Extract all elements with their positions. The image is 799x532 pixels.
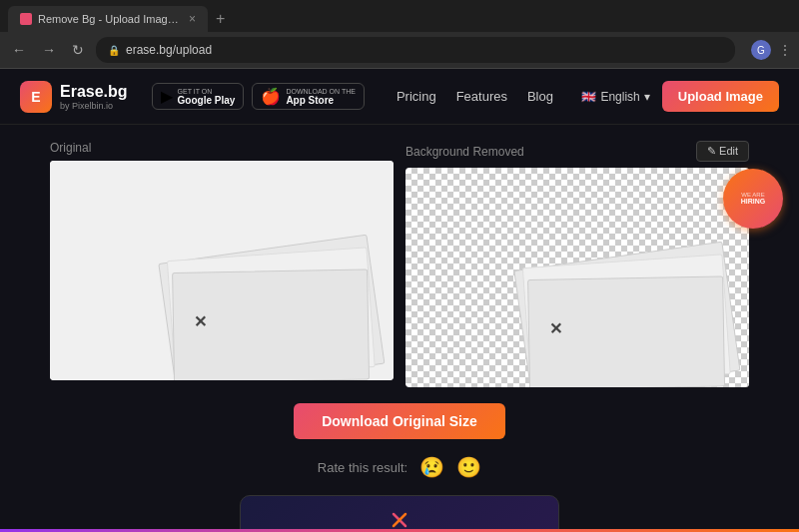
svg-text:✕: ✕ [193, 313, 206, 330]
books-visual: COLLECTIVE C THE ✕ [50, 161, 394, 380]
upload-image-button[interactable]: Upload Image [662, 81, 779, 112]
bg-removed-panel: Background Removed ✎ Edit COLLECTIVE C [405, 141, 749, 387]
original-image: COLLECTIVE C THE ✕ [50, 161, 394, 380]
refresh-button[interactable]: ↻ [68, 40, 88, 60]
lang-label: English [600, 90, 639, 104]
new-tab-button[interactable]: + [216, 10, 225, 28]
rating-text: Rate this result: [318, 460, 407, 475]
navbar: E Erase.bg by Pixelbin.io ▶ GET IT ON Go… [0, 69, 799, 125]
download-button[interactable]: Download Original Size [294, 403, 505, 439]
promo-banner: Want to Remove Background from Images in… [240, 495, 559, 532]
browser-actions: G ⋮ [751, 40, 791, 60]
nav-pricing[interactable]: Pricing [397, 89, 436, 104]
lang-chevron-icon: ▾ [644, 90, 650, 104]
images-row: Original COLLECTIVE [50, 141, 749, 387]
app-store-text: Download on the App Store [286, 88, 356, 106]
app-store-line1: Download on the [286, 88, 356, 95]
sad-rating-button[interactable]: 😢 [419, 455, 444, 479]
google-play-icon: ▶ [161, 87, 173, 106]
lang-flag: 🇬🇧 [581, 90, 596, 104]
tab-close-btn[interactable]: × [189, 12, 196, 26]
back-button[interactable]: ← [8, 40, 30, 60]
rating-row: Rate this result: 😢 🙂 [318, 455, 481, 479]
address-bar[interactable]: 🔒 erase.bg/upload [96, 37, 735, 63]
neutral-rating-button[interactable]: 🙂 [456, 455, 481, 479]
browser-menu-button[interactable]: ⋮ [779, 43, 791, 57]
logo-sub: by Pixelbin.io [60, 101, 128, 111]
nav-blog[interactable]: Blog [527, 89, 553, 104]
hiring-text: HIRING [741, 198, 766, 206]
active-tab[interactable]: Remove Bg - Upload Images to... × [8, 6, 208, 32]
tab-title: Remove Bg - Upload Images to... [38, 13, 179, 25]
forward-button[interactable]: → [38, 40, 60, 60]
bg-removed-image: COLLECTIVE C THE ✕ [405, 168, 749, 387]
language-selector[interactable]: 🇬🇧 English ▾ [581, 90, 649, 104]
url-text: erase.bg/upload [126, 43, 212, 57]
edit-button[interactable]: ✎ Edit [696, 141, 749, 162]
promo-icon [265, 510, 534, 532]
bg-removed-label: Background Removed ✎ Edit [405, 141, 749, 162]
lock-icon: 🔒 [108, 45, 120, 56]
svg-text:✕: ✕ [548, 320, 561, 337]
store-badges: ▶ GET IT ON Google Play 🍎 Download on th… [152, 83, 365, 110]
google-play-line2: Google Play [178, 95, 236, 106]
nav-links: Pricing Features Blog [397, 89, 553, 104]
app-store-line2: App Store [286, 95, 356, 106]
hiring-badge[interactable]: WE ARE HIRING [723, 169, 783, 229]
logo-icon: E [20, 81, 52, 113]
original-label: Original [50, 141, 394, 155]
google-play-badge[interactable]: ▶ GET IT ON Google Play [152, 83, 245, 110]
google-play-line1: GET IT ON [178, 88, 236, 95]
google-play-text: GET IT ON Google Play [178, 88, 236, 106]
original-panel: Original COLLECTIVE [50, 141, 394, 387]
address-bar-row: ← → ↻ 🔒 erase.bg/upload G ⋮ [0, 32, 799, 68]
logo-main: Erase.bg [60, 83, 128, 101]
tab-favicon [20, 13, 32, 25]
main-content: Original COLLECTIVE [0, 125, 799, 532]
logo-text: Erase.bg by Pixelbin.io [60, 83, 128, 111]
tab-bar: Remove Bg - Upload Images to... × + [0, 0, 799, 32]
browser-chrome: Remove Bg - Upload Images to... × + ← → … [0, 0, 799, 69]
page-content: E Erase.bg by Pixelbin.io ▶ GET IT ON Go… [0, 69, 799, 532]
logo-area[interactable]: E Erase.bg by Pixelbin.io [20, 81, 128, 113]
apple-icon: 🍎 [261, 87, 281, 106]
app-store-badge[interactable]: 🍎 Download on the App Store [252, 83, 365, 110]
nav-features[interactable]: Features [456, 89, 507, 104]
profile-icon[interactable]: G [751, 40, 771, 60]
